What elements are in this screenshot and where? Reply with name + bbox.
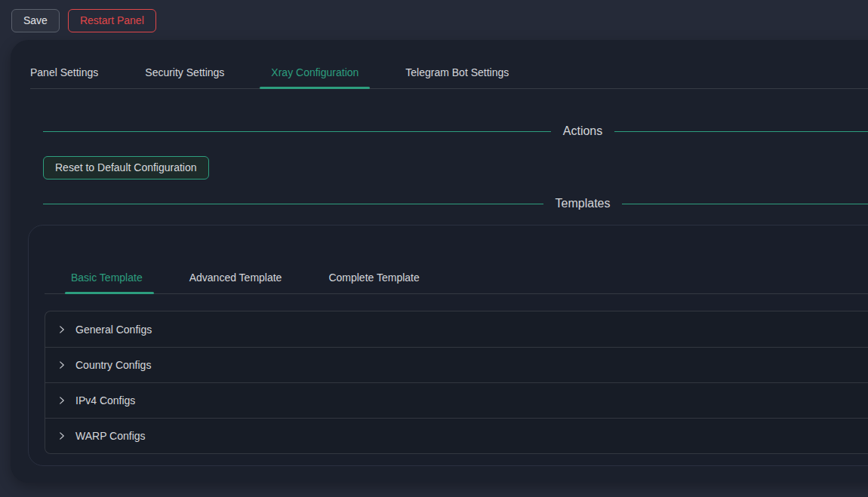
configs-accordion: General Configs Country Configs IPv4 Con… xyxy=(45,311,868,454)
tab-telegram-bot-settings[interactable]: Telegram Bot Settings xyxy=(405,64,509,88)
accordion-item-warp-configs[interactable]: WARP Configs xyxy=(45,418,868,453)
chevron-right-icon xyxy=(57,431,66,440)
accordion-item-label: Country Configs xyxy=(75,359,151,371)
xray-configuration-content: Actions Reset to Default Configuration T… xyxy=(11,122,868,466)
actions-section-title: Actions xyxy=(551,124,614,138)
actions-divider: Actions xyxy=(43,122,868,140)
tab-panel-settings[interactable]: Panel Settings xyxy=(30,64,98,88)
toolbar: Save Restart Panel xyxy=(11,9,156,32)
actions-row: Reset to Default Configuration xyxy=(43,156,868,179)
tab-security-settings[interactable]: Security Settings xyxy=(145,64,224,88)
chevron-right-icon xyxy=(57,325,66,334)
main-tabs: Panel Settings Security Settings Xray Co… xyxy=(30,64,868,89)
accordion-item-label: WARP Configs xyxy=(75,430,146,442)
tab-xray-configuration[interactable]: Xray Configuration xyxy=(271,64,359,88)
save-button[interactable]: Save xyxy=(11,9,60,32)
tab-basic-template[interactable]: Basic Template xyxy=(71,269,143,293)
templates-section-title: Templates xyxy=(543,197,623,210)
reset-to-default-button[interactable]: Reset to Default Configuration xyxy=(43,156,209,179)
divider-line xyxy=(614,131,868,132)
settings-card: Panel Settings Security Settings Xray Co… xyxy=(11,40,868,483)
accordion-item-label: IPv4 Configs xyxy=(75,394,135,406)
accordion-item-label: General Configs xyxy=(75,324,152,336)
template-tabs: Basic Template Advanced Template Complet… xyxy=(45,269,868,294)
chevron-right-icon xyxy=(57,360,66,370)
accordion-item-ipv4-configs[interactable]: IPv4 Configs xyxy=(45,382,868,418)
accordion-item-country-configs[interactable]: Country Configs xyxy=(45,347,868,382)
divider-line xyxy=(43,204,543,204)
accordion-item-general-configs[interactable]: General Configs xyxy=(45,311,868,347)
tab-advanced-template[interactable]: Advanced Template xyxy=(189,269,282,293)
divider-line xyxy=(43,131,551,132)
templates-divider: Templates xyxy=(43,195,868,213)
divider-line xyxy=(622,204,868,204)
chevron-right-icon xyxy=(57,396,66,405)
templates-card: Basic Template Advanced Template Complet… xyxy=(28,225,868,466)
restart-panel-button[interactable]: Restart Panel xyxy=(68,9,156,32)
tab-complete-template[interactable]: Complete Template xyxy=(328,269,419,293)
